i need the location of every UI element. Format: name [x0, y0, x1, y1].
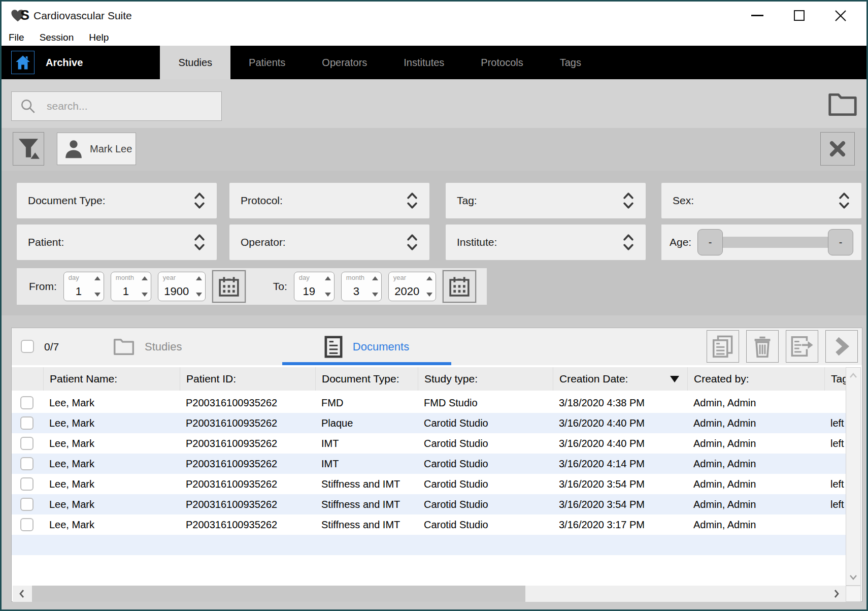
- horizontal-scrollbar[interactable]: [13, 586, 846, 602]
- spin-down-icon[interactable]: [325, 293, 331, 297]
- operator-dropdown[interactable]: Operator:: [229, 224, 429, 260]
- col-patient-name[interactable]: Patient Name:: [43, 367, 180, 391]
- row-checkbox[interactable]: [20, 457, 34, 470]
- table-row[interactable]: Lee, Mark P200316100935262 FMD FMD Studi…: [12, 393, 847, 413]
- next-page-button[interactable]: [825, 330, 858, 363]
- nav-tab-patients[interactable]: Patients: [230, 46, 304, 79]
- table-row[interactable]: Lee, Mark P200316100935262 Stiffness and…: [12, 494, 847, 514]
- copy-documents-button[interactable]: [707, 330, 739, 363]
- row-checkbox[interactable]: [20, 498, 34, 511]
- row-checkbox[interactable]: [20, 396, 34, 409]
- spin-down-icon[interactable]: [426, 293, 432, 297]
- row-checkbox[interactable]: [20, 416, 34, 430]
- cell-patient-name: Lee, Mark: [43, 454, 180, 474]
- row-checkbox[interactable]: [20, 437, 34, 450]
- clear-filters-button[interactable]: [820, 132, 855, 166]
- cell-document-type: IMT: [315, 454, 418, 474]
- results-tab-studies[interactable]: Studies: [113, 328, 182, 365]
- table-row[interactable]: Lee, Mark P200316100935262 Plaque Caroti…: [12, 413, 847, 433]
- nav-tab-tags[interactable]: Tags: [542, 46, 599, 79]
- from-label: From:: [29, 280, 57, 293]
- close-button[interactable]: [833, 8, 848, 23]
- age-slider-track[interactable]: [711, 237, 840, 248]
- maximize-button[interactable]: [791, 8, 807, 23]
- cell-creation-date: 3/16/2020 3:54 PM: [553, 494, 687, 514]
- delete-button[interactable]: [746, 330, 779, 363]
- sex-dropdown[interactable]: Sex:: [661, 183, 861, 218]
- calendar-icon: [448, 275, 471, 298]
- app-logo-icon: S: [11, 8, 29, 23]
- nav-tab-studies[interactable]: Studies: [160, 46, 230, 79]
- filter-button[interactable]: [13, 132, 44, 166]
- cell-document-type: Stiffness and IMT: [315, 494, 418, 514]
- col-created-by[interactable]: Created by:: [687, 367, 824, 391]
- patient-filter-chip[interactable]: Mark Lee: [57, 133, 136, 165]
- cell-created-by: Admin, Admin: [687, 494, 824, 514]
- spin-up-icon[interactable]: [94, 276, 101, 280]
- copy-pages-icon: [712, 335, 734, 358]
- menu-file[interactable]: File: [9, 32, 24, 43]
- filter-bar: Mark Lee: [2, 128, 866, 171]
- spin-down-icon[interactable]: [142, 293, 148, 297]
- cell-document-type: IMT: [315, 433, 418, 454]
- table-row[interactable]: Lee, Mark P200316100935262 IMT Carotid S…: [12, 454, 847, 474]
- col-creation-date[interactable]: Creation Date:: [553, 367, 687, 391]
- patient-dropdown[interactable]: Patient:: [17, 224, 217, 260]
- home-button[interactable]: [11, 51, 35, 74]
- to-day-spinner[interactable]: day 19: [294, 272, 335, 301]
- table-row[interactable]: Lee, Mark P200316100935262 Stiffness and…: [12, 474, 847, 494]
- scroll-down-icon[interactable]: [849, 574, 858, 581]
- spin-down-icon[interactable]: [372, 293, 378, 297]
- vertical-scrollbar[interactable]: [846, 367, 861, 586]
- from-calendar-button[interactable]: [212, 270, 246, 303]
- scroll-up-icon[interactable]: [849, 372, 858, 379]
- cell-study-type: Carotid Studio: [418, 474, 553, 494]
- spin-down-icon[interactable]: [94, 293, 101, 297]
- row-checkbox[interactable]: [20, 477, 34, 491]
- spin-up-icon[interactable]: [142, 276, 148, 280]
- to-calendar-button[interactable]: [443, 270, 476, 303]
- from-month-spinner[interactable]: month 1: [111, 272, 151, 301]
- col-patient-id[interactable]: Patient ID:: [180, 367, 315, 391]
- age-min-handle[interactable]: -: [697, 229, 723, 255]
- col-tag[interactable]: Tag: [824, 367, 847, 391]
- nav-tab-protocols[interactable]: Protocols: [462, 46, 541, 79]
- menu-session[interactable]: Session: [40, 32, 74, 43]
- table-row[interactable]: Lee, Mark P200316100935262 Stiffness and…: [12, 514, 847, 535]
- cell-tag: left: [824, 433, 847, 454]
- search-input[interactable]: [46, 100, 221, 113]
- export-button[interactable]: [786, 330, 818, 363]
- from-year-spinner[interactable]: year 1900: [158, 272, 206, 301]
- document-type-dropdown[interactable]: Document Type:: [17, 183, 217, 218]
- open-folder-button[interactable]: [825, 90, 860, 119]
- horizontal-scroll-thumb[interactable]: [32, 586, 525, 602]
- folder-icon: [828, 92, 857, 117]
- from-day-spinner[interactable]: day 1: [63, 272, 104, 301]
- calendar-icon: [218, 275, 240, 298]
- nav-tab-institutes[interactable]: Institutes: [385, 46, 462, 79]
- tag-dropdown[interactable]: Tag:: [446, 183, 646, 218]
- age-max-handle[interactable]: -: [828, 229, 853, 255]
- spin-up-icon[interactable]: [426, 276, 432, 280]
- chevron-up-down-icon: [193, 233, 206, 251]
- nav-tab-operators[interactable]: Operators: [304, 46, 385, 79]
- menu-help[interactable]: Help: [89, 32, 109, 43]
- col-document-type[interactable]: Document Type:: [315, 367, 418, 391]
- to-month-spinner[interactable]: month 3: [341, 272, 382, 301]
- table-row[interactable]: Lee, Mark P200316100935262 IMT Carotid S…: [12, 433, 847, 454]
- results-tab-documents[interactable]: Documents: [282, 328, 451, 365]
- row-checkbox[interactable]: [20, 518, 34, 531]
- select-all-checkbox[interactable]: [21, 340, 34, 353]
- spin-up-icon[interactable]: [372, 276, 378, 280]
- spin-up-icon[interactable]: [196, 276, 202, 280]
- to-year-spinner[interactable]: year 2020: [388, 272, 436, 301]
- minimize-button[interactable]: [750, 8, 765, 23]
- protocol-dropdown[interactable]: Protocol:: [229, 183, 429, 218]
- col-study-type[interactable]: Study type:: [418, 367, 553, 391]
- institute-dropdown[interactable]: Institute:: [446, 224, 646, 260]
- scroll-right-icon[interactable]: [827, 586, 846, 602]
- scroll-left-icon[interactable]: [13, 586, 31, 602]
- search-box: [11, 91, 222, 121]
- spin-down-icon[interactable]: [196, 293, 202, 297]
- spin-up-icon[interactable]: [325, 276, 331, 280]
